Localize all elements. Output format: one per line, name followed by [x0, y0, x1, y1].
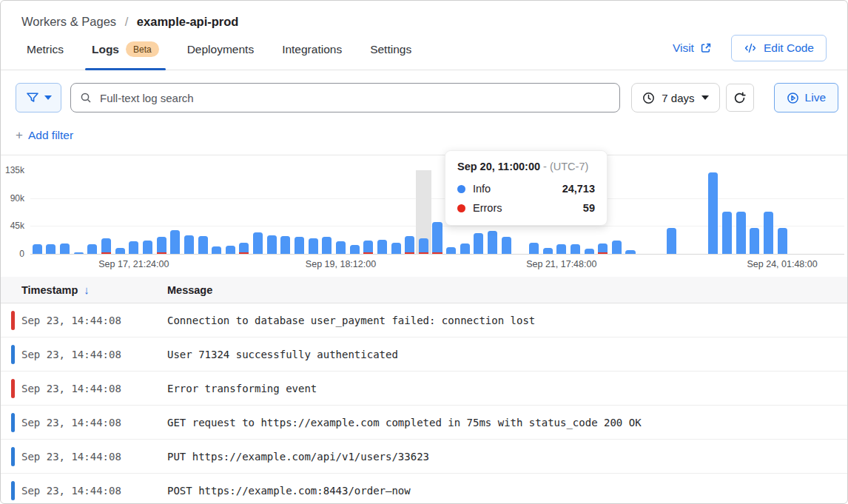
- chart-bar-slot[interactable]: [155, 170, 169, 254]
- tab-label: Integrations: [282, 43, 342, 56]
- chart-bar-slot: [817, 170, 831, 254]
- chart-bar-slot[interactable]: [720, 170, 734, 254]
- chart-bar-slot[interactable]: [734, 170, 748, 254]
- add-filter-button[interactable]: + Add filter: [16, 128, 73, 143]
- chevron-down-icon: [44, 95, 52, 100]
- chart-bar-slot[interactable]: [417, 170, 431, 254]
- chart-bar-slot[interactable]: [403, 170, 417, 254]
- x-axis-label: Sep 19, 18:12:00: [306, 259, 376, 269]
- severity-indicator-error: [11, 311, 15, 330]
- chart-bar-info: [556, 244, 566, 254]
- tab-logs[interactable]: LogsBeta: [92, 41, 159, 70]
- chart-bar-slot[interactable]: [292, 170, 306, 254]
- chart-tooltip: Sep 20, 11:00:00 - (UTC-7) Info24,713Err…: [445, 150, 608, 226]
- time-range-dropdown[interactable]: 7 days: [631, 83, 719, 112]
- edit-code-button[interactable]: Edit Code: [731, 35, 827, 61]
- chart-bar-slot: [637, 170, 651, 254]
- chart-bar-slot[interactable]: [761, 170, 775, 254]
- chart-bar-info: [115, 248, 125, 254]
- chart-bar-slot[interactable]: [389, 170, 403, 254]
- chart-bar-info: [488, 231, 497, 254]
- code-icon: [744, 43, 757, 53]
- chart-bar-slot[interactable]: [747, 170, 761, 254]
- chart-bar-slot[interactable]: [86, 170, 100, 254]
- chart-bar-slot[interactable]: [113, 170, 127, 254]
- tab-label: Metrics: [27, 43, 64, 56]
- chart-bar-slot[interactable]: [44, 170, 58, 254]
- log-timestamp: Sep 23, 14:44:08: [1, 315, 167, 326]
- breadcrumb-separator: /: [125, 15, 129, 28]
- tooltip-series-value: 24,713: [562, 183, 595, 195]
- tab-deployments[interactable]: Deployments: [187, 41, 254, 70]
- chart-bar-slot[interactable]: [182, 170, 196, 254]
- full-text-search-input[interactable]: [98, 91, 610, 105]
- chart-bar-slot[interactable]: [209, 170, 223, 254]
- log-row[interactable]: Sep 23, 14:44:08Error transforming event: [1, 372, 847, 406]
- chart-bar-info: [625, 250, 635, 254]
- chart-bar-info: [736, 212, 746, 254]
- refresh-button[interactable]: [726, 84, 754, 112]
- chart-bar-slot[interactable]: [265, 170, 279, 254]
- chart-bar-slot: [830, 170, 844, 254]
- chart-bar-slot: [789, 170, 803, 254]
- chevron-down-icon: [701, 95, 709, 100]
- log-message: PUT https://example.com/api/v1/users/336…: [167, 451, 429, 463]
- log-row[interactable]: Sep 23, 14:44:08User 71324 successfully …: [1, 337, 847, 372]
- chart-bar-slot[interactable]: [141, 170, 155, 254]
- chart-bar-info: [750, 228, 759, 254]
- chart-bar-slot[interactable]: [775, 170, 790, 254]
- tab-metrics[interactable]: Metrics: [27, 41, 64, 70]
- tab-settings[interactable]: Settings: [370, 41, 411, 70]
- chart-bar-slot[interactable]: [127, 170, 141, 254]
- chart-bar-slot[interactable]: [72, 170, 86, 254]
- chart-bar-info: [502, 237, 511, 254]
- chart-bar-slot[interactable]: [306, 170, 320, 254]
- breadcrumb-workers-pages[interactable]: Workers & Pages: [21, 15, 116, 28]
- log-row[interactable]: Sep 23, 14:44:08GET request to https://e…: [1, 406, 847, 440]
- tab-integrations[interactable]: Integrations: [282, 41, 342, 70]
- chart-bar-slot[interactable]: [238, 170, 252, 254]
- chart-bar-info: [708, 172, 718, 254]
- log-row[interactable]: Sep 23, 14:44:08POST https://example.com…: [1, 474, 847, 504]
- chart-bar-slot[interactable]: [348, 170, 362, 254]
- tab-label: Settings: [370, 43, 411, 56]
- chart-bar-slot[interactable]: [58, 170, 72, 254]
- time-range-label: 7 days: [662, 92, 694, 104]
- chart-bar-slot[interactable]: [251, 170, 265, 254]
- chart-bar-slot[interactable]: [334, 170, 348, 254]
- chart-bar-slot[interactable]: [610, 170, 624, 254]
- header-actions: Visit Edit Code: [673, 35, 827, 70]
- visit-link[interactable]: Visit: [673, 41, 712, 55]
- chart-bar-slot[interactable]: [624, 170, 638, 254]
- y-axis-label: 0: [1, 249, 24, 259]
- log-row[interactable]: Sep 23, 14:44:08PUT https://example.com/…: [1, 440, 847, 474]
- chart-bar-slot[interactable]: [320, 170, 334, 254]
- chart-bar-info: [446, 247, 456, 254]
- chart-bar-slot[interactable]: [223, 170, 238, 254]
- chart-bar-info: [405, 236, 414, 254]
- chart-bar-slot[interactable]: [196, 170, 210, 254]
- chart-bar-info: [33, 244, 42, 254]
- chart-bar-info: [336, 241, 346, 254]
- timestamp-column-header[interactable]: Timestamp ↓: [1, 283, 167, 296]
- chart-bar-slot[interactable]: [665, 170, 679, 254]
- chart-bar-slot[interactable]: [279, 170, 293, 254]
- live-button[interactable]: Live: [774, 83, 838, 112]
- chart-bar-slot[interactable]: [431, 170, 445, 254]
- chart-bar-info: [460, 243, 470, 254]
- log-row[interactable]: Sep 23, 14:44:08Connection to database u…: [1, 303, 847, 337]
- chart-bar-slot[interactable]: [361, 170, 375, 254]
- chart-bar-slot[interactable]: [707, 170, 721, 254]
- tooltip-series-label: Info: [473, 183, 491, 195]
- chart-bar-slot[interactable]: [375, 170, 389, 254]
- chart-plot: [30, 170, 844, 255]
- refresh-icon: [733, 92, 746, 104]
- y-axis-label: 45k: [1, 221, 24, 231]
- chart-bar-slot[interactable]: [99, 170, 113, 254]
- chart-bar-slot[interactable]: [30, 170, 44, 254]
- filter-menu-button[interactable]: [16, 83, 61, 112]
- tooltip-row: Info24,713: [457, 183, 595, 195]
- chart-bar-slot[interactable]: [168, 170, 182, 254]
- x-axis-label: Sep 24, 01:48:00: [747, 259, 817, 269]
- log-timestamp: Sep 23, 14:44:08: [1, 383, 167, 394]
